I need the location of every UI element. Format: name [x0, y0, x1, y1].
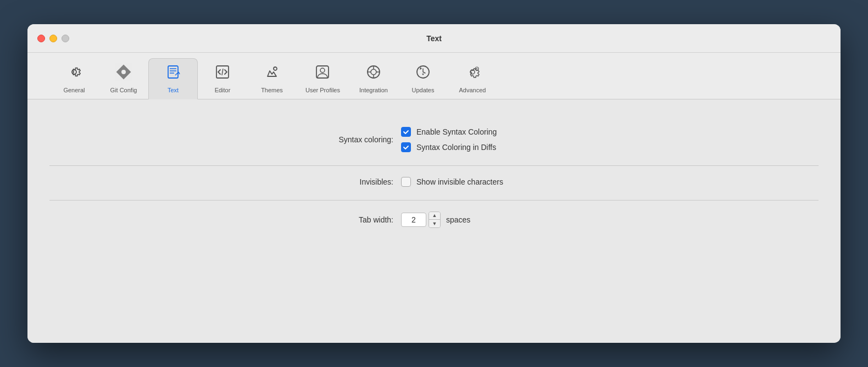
tab-editor[interactable]: Editor: [198, 59, 247, 99]
themes-icon: [263, 63, 281, 84]
tab-themes[interactable]: Themes: [247, 59, 297, 99]
text-icon: [164, 63, 182, 84]
svg-point-1: [121, 70, 126, 74]
syntax-coloring-section: Syntax coloring: Enable Syntax Coloring: [27, 116, 841, 165]
invisibles-label: Invisibles:: [291, 177, 401, 186]
show-invisible-label: Show invisible characters: [416, 177, 503, 186]
tab-git-config[interactable]: Git Config: [99, 59, 148, 99]
editor-icon: [214, 63, 231, 84]
svg-point-21: [476, 68, 477, 69]
enable-syntax-label: Enable Syntax Coloring: [416, 127, 497, 136]
enable-syntax-row: Enable Syntax Coloring: [401, 127, 577, 137]
minimize-button[interactable]: [49, 35, 57, 42]
tab-integration[interactable]: Integration: [349, 59, 398, 99]
tab-width-input[interactable]: [401, 213, 426, 227]
syntax-coloring-controls: Enable Syntax Coloring Syntax Coloring i…: [401, 127, 577, 152]
checkmark-icon: [403, 129, 409, 135]
titlebar: Text: [27, 24, 841, 53]
git-icon: [115, 63, 132, 84]
syntax-diffs-label: Syntax Coloring in Diffs: [416, 143, 496, 152]
tab-integration-label: Integration: [359, 87, 388, 93]
content-area: Syntax coloring: Enable Syntax Coloring: [27, 99, 841, 343]
tab-general[interactable]: General: [49, 59, 99, 99]
tab-width-section: Tab width: ▲ ▼ spaces: [27, 201, 841, 241]
updates-icon: [414, 63, 432, 84]
svg-line-9: [222, 69, 223, 75]
syntax-diffs-checkbox[interactable]: [401, 142, 411, 152]
tab-width-label: Tab width:: [291, 215, 401, 224]
stepper-down-button[interactable]: ▼: [429, 220, 440, 227]
gear-icon: [65, 63, 83, 84]
tab-bar: General Git Config: [27, 53, 841, 99]
zoom-button[interactable]: [62, 35, 69, 42]
app-window: Text General Git Config: [27, 24, 841, 343]
tab-width-controls: ▲ ▼ spaces: [401, 212, 577, 228]
close-button[interactable]: [37, 35, 45, 42]
stepper-up-button[interactable]: ▲: [429, 212, 440, 220]
tab-advanced[interactable]: Advanced: [448, 59, 497, 99]
tab-width-stepper: ▲ ▼ spaces: [401, 212, 577, 228]
user-profiles-icon: [314, 63, 331, 84]
traffic-lights: [37, 35, 69, 42]
tab-updates-label: Updates: [411, 87, 434, 93]
tab-width-row: Tab width: ▲ ▼ spaces: [49, 212, 819, 228]
tab-advanced-label: Advanced: [459, 87, 486, 93]
syntax-coloring-row: Syntax coloring: Enable Syntax Coloring: [49, 127, 819, 152]
tab-git-config-label: Git Config: [110, 87, 137, 93]
stepper-buttons: ▲ ▼: [429, 212, 441, 228]
enable-syntax-checkbox[interactable]: [401, 127, 411, 137]
tab-themes-label: Themes: [261, 87, 283, 93]
svg-line-7: [179, 72, 180, 74]
tab-general-label: General: [63, 87, 85, 93]
syntax-coloring-label: Syntax coloring:: [291, 135, 401, 144]
svg-rect-2: [168, 66, 178, 78]
show-invisible-checkbox[interactable]: [401, 177, 411, 187]
tab-user-profiles[interactable]: User Profiles: [297, 59, 349, 99]
svg-point-12: [320, 68, 325, 73]
window-title: Text: [426, 34, 442, 43]
tab-editor-label: Editor: [215, 87, 231, 93]
svg-point-10: [274, 67, 277, 70]
spaces-label: spaces: [446, 215, 470, 224]
invisibles-controls: Show invisible characters: [401, 177, 577, 187]
invisibles-row: Invisibles: Show invisible characters: [49, 177, 819, 187]
tab-user-profiles-label: User Profiles: [305, 87, 340, 93]
show-invisible-row: Show invisible characters: [401, 177, 577, 187]
svg-point-14: [371, 69, 376, 75]
checkmark-icon-2: [403, 144, 409, 151]
tab-text[interactable]: Text: [148, 58, 198, 99]
tab-updates[interactable]: Updates: [398, 59, 448, 99]
integration-icon: [365, 63, 382, 84]
syntax-diffs-row: Syntax Coloring in Diffs: [401, 142, 577, 152]
tab-text-label: Text: [168, 87, 179, 93]
invisibles-section: Invisibles: Show invisible characters: [27, 166, 841, 200]
advanced-icon: [464, 63, 481, 84]
